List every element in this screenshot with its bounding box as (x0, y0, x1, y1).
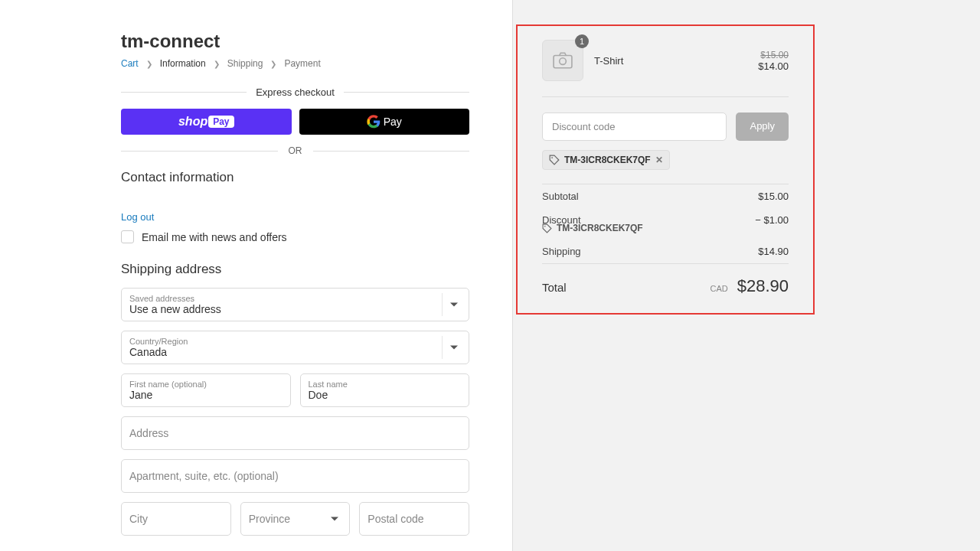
breadcrumb-shipping: Shipping (227, 58, 263, 69)
currency-label: CAD (710, 284, 728, 293)
store-title: tm-connect (121, 31, 469, 52)
discount-value: − $1.00 (755, 214, 789, 226)
email-optin-checkbox[interactable] (121, 230, 134, 243)
email-optin-label: Email me with news and offers (142, 231, 287, 243)
total-value: $28.90 (737, 276, 789, 295)
breadcrumb-payment: Payment (284, 58, 320, 69)
google-pay-button[interactable]: Pay (299, 109, 470, 135)
chevron-right-icon: ❯ (146, 60, 152, 68)
contact-info-heading: Contact information (121, 170, 469, 185)
chevron-right-icon: ❯ (270, 60, 276, 68)
shop-pay-badge: Pay (208, 116, 234, 128)
shop-pay-button[interactable]: shop Pay (121, 109, 292, 135)
product-price-discounted: $14.00 (758, 60, 789, 72)
google-logo-icon (367, 115, 381, 129)
shop-pay-logo: shop (178, 115, 207, 129)
gpay-label: Pay (384, 116, 402, 128)
camera-icon (553, 52, 573, 69)
applied-discount-code: TM-3ICR8CKEK7QF (557, 223, 643, 233)
discount-tag-label: TM-3ICR8CKEK7QF (564, 155, 651, 165)
total-label: Total (542, 281, 567, 294)
checkout-form-panel: tm-connect Cart ❯ Information ❯ Shipping… (0, 0, 513, 551)
apartment-field[interactable]: Apartment, suite, etc. (optional) (121, 459, 469, 493)
remove-discount-icon[interactable]: ✕ (655, 155, 663, 165)
tag-icon (542, 223, 552, 233)
chevron-right-icon: ❯ (214, 60, 220, 68)
breadcrumb-information: Information (160, 58, 206, 69)
logout-link[interactable]: Log out (121, 211, 154, 223)
address-field[interactable]: Address (121, 416, 469, 450)
province-select[interactable]: Province (240, 502, 351, 536)
city-field[interactable]: City (121, 502, 231, 536)
breadcrumb-cart[interactable]: Cart (121, 58, 139, 69)
product-name: T-Shirt (594, 55, 758, 67)
express-checkout-divider: Express checkout (121, 86, 469, 98)
shipping-label: Shipping (542, 246, 581, 257)
tag-icon (549, 155, 560, 165)
last-name-field[interactable]: Last name Doe (300, 373, 470, 407)
applied-discount-tag: TM-3ICR8CKEK7QF ✕ (542, 150, 670, 170)
postal-code-field[interactable]: Postal code (359, 502, 469, 536)
order-summary-panel: 1 T-Shirt $15.00 $14.00 Discount code Ap… (513, 0, 980, 551)
svg-point-2 (551, 157, 553, 158)
product-price-original: $15.00 (758, 50, 789, 60)
cart-line-item: 1 T-Shirt $15.00 $14.00 (542, 29, 789, 96)
shipping-value: $14.90 (758, 246, 789, 257)
shipping-address-heading: Shipping address (121, 262, 469, 277)
subtotal-label: Subtotal (542, 191, 579, 202)
country-select[interactable]: Country/Region Canada (121, 331, 469, 364)
quantity-badge: 1 (575, 34, 589, 48)
or-label: OR (289, 145, 302, 156)
subtotal-value: $15.00 (758, 191, 789, 202)
svg-point-3 (544, 225, 546, 227)
or-divider: OR (121, 145, 469, 156)
first-name-field[interactable]: First name (optional) Jane (121, 373, 291, 407)
product-thumbnail: 1 (542, 40, 583, 81)
svg-point-1 (560, 58, 567, 65)
express-checkout-label: Express checkout (247, 86, 344, 98)
discount-code-input[interactable]: Discount code (542, 112, 727, 141)
saved-address-select[interactable]: Saved addresses Use a new address (121, 288, 469, 321)
breadcrumb: Cart ❯ Information ❯ Shipping ❯ Payment (121, 58, 469, 69)
apply-discount-button[interactable]: Apply (736, 112, 789, 141)
